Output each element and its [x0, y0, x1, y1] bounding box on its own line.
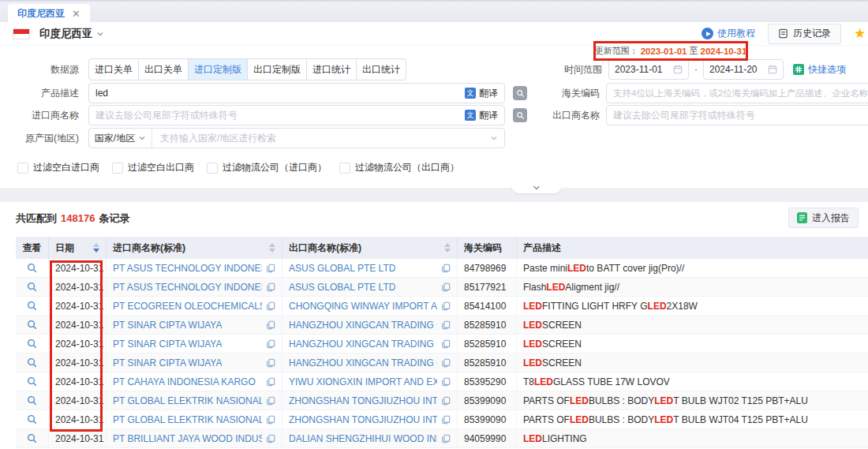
view-record-magnifier-icon[interactable]: [27, 301, 37, 311]
exporter-link[interactable]: YIWU XIONGXIN IMPORT AND EXPORT...: [289, 376, 437, 387]
enter-report-button[interactable]: 进入报告: [788, 208, 859, 228]
copy-icon[interactable]: [437, 377, 451, 387]
checkbox-icon[interactable]: [17, 163, 28, 174]
copy-icon[interactable]: [437, 434, 451, 443]
exporter-link[interactable]: HANGZHOU XINGCAN TRADING CO LTD: [289, 357, 437, 369]
end-date-input[interactable]: [703, 59, 784, 80]
importer-link[interactable]: PT SINAR CIPTA WIJAYA: [113, 339, 222, 350]
copy-icon[interactable]: [437, 264, 451, 273]
data-source-tab[interactable]: 进口关单: [88, 58, 139, 80]
importer-cell: PT BRILLIANT JAYA WOOD INDUSTRY: [107, 429, 282, 448]
copy-icon[interactable]: [437, 301, 451, 311]
importer-link[interactable]: PT SINAR CIPTA WIJAYA: [113, 320, 222, 331]
tab-indonesia[interactable]: 印度尼西亚 ✕: [8, 4, 90, 24]
data-source-tab[interactable]: 出口定制版: [247, 58, 307, 80]
data-source-tab[interactable]: 进口定制版: [188, 58, 248, 80]
data-source-tab[interactable]: 出口关单: [138, 58, 189, 80]
importer-link[interactable]: PT BRILLIANT JAYA WOOD INDUSTRY: [113, 433, 262, 444]
copy-icon[interactable]: [262, 264, 275, 273]
exporter-link[interactable]: HANGZHOU XINGCAN TRADING CO LTD: [289, 339, 437, 350]
copy-icon[interactable]: [262, 282, 275, 292]
copy-icon[interactable]: [437, 320, 451, 330]
copy-icon[interactable]: [437, 282, 451, 292]
copy-icon[interactable]: [262, 320, 275, 330]
filter-checkbox[interactable]: 过滤空白出口商: [112, 161, 194, 174]
start-date-input[interactable]: [608, 59, 689, 80]
copy-icon[interactable]: [437, 396, 451, 406]
column-header[interactable]: 日期: [49, 237, 107, 259]
chevron-down-icon[interactable]: [490, 134, 504, 142]
importer-link[interactable]: PT CAHAYA INDONESIA KARGO: [113, 376, 256, 387]
checkbox-icon[interactable]: [207, 163, 218, 174]
importer-input[interactable]: [95, 110, 465, 121]
country-selector[interactable]: 印度尼西亚: [13, 27, 104, 41]
exporter-label: 出口商名称: [521, 104, 600, 126]
checkbox-icon[interactable]: [339, 163, 350, 174]
importer-link[interactable]: PT ASUS TECHNOLOGY INDONESIA BA...: [113, 263, 262, 274]
importer-link[interactable]: PT ECOGREEN OLEOCHEMICALS: [113, 301, 262, 312]
exporter-link[interactable]: ZHONGSHAN TONGJIUZHOU INTERNA...: [289, 395, 437, 406]
copy-icon[interactable]: [437, 415, 451, 425]
sort-caret-icon[interactable]: [440, 243, 451, 253]
collapse-panel-handle[interactable]: [511, 181, 562, 193]
view-record-magnifier-icon[interactable]: [27, 395, 37, 406]
origin-type-select[interactable]: 国家/地区: [89, 129, 152, 148]
column-header[interactable]: 出口商名称(标准): [282, 237, 458, 259]
exporter-field[interactable]: [606, 105, 868, 125]
view-record-magnifier-icon[interactable]: [27, 433, 37, 443]
data-source-tab[interactable]: 进口统计: [306, 58, 357, 80]
tutorial-link[interactable]: 使用教程: [702, 27, 755, 40]
importer-link[interactable]: PT SINAR CIPTA WIJAYA: [113, 357, 222, 369]
start-date-value[interactable]: [615, 64, 671, 75]
filter-checkbox[interactable]: 过滤物流公司（出口商）: [339, 161, 459, 174]
product-desc-field[interactable]: 文 翻译: [88, 83, 505, 103]
exporter-link[interactable]: ZHONGSHAN TONGJIUZHOU INTERNA...: [289, 414, 437, 425]
exporter-link[interactable]: ASUS GLOBAL PTE LTD: [289, 263, 395, 274]
filter-checkbox[interactable]: 过滤空白进口商: [17, 161, 99, 174]
importer-link[interactable]: PT GLOBAL ELEKTRIK NASIONAL: [113, 414, 262, 425]
view-record-magnifier-icon[interactable]: [27, 282, 37, 292]
time-range-label: 时间范围: [523, 58, 602, 80]
exporter-input[interactable]: [613, 110, 868, 121]
view-record-magnifier-icon[interactable]: [27, 339, 37, 349]
copy-icon[interactable]: [437, 339, 451, 349]
copy-icon[interactable]: [437, 358, 451, 368]
close-icon[interactable]: ✕: [72, 8, 80, 20]
translate-button[interactable]: 文 翻译: [465, 87, 498, 100]
exporter-link[interactable]: CHONGQING WINWAY IMPORT AND E...: [289, 301, 437, 312]
hs-code-input[interactable]: [613, 88, 868, 98]
copy-icon[interactable]: [262, 358, 275, 368]
data-source-tab[interactable]: 出口统计: [356, 58, 406, 80]
view-record-magnifier-icon[interactable]: [27, 263, 37, 273]
copy-icon[interactable]: [262, 301, 275, 311]
filter-checkbox[interactable]: 过滤物流公司（进口商）: [207, 161, 327, 174]
copy-icon[interactable]: [262, 396, 275, 406]
view-record-magnifier-icon[interactable]: [27, 320, 37, 330]
sort-caret-icon[interactable]: [264, 243, 275, 253]
importer-field[interactable]: 文 翻译: [88, 105, 505, 125]
copy-icon[interactable]: [262, 415, 275, 425]
origin-field[interactable]: 国家/地区 支持输入国家/地区进行检索: [88, 128, 505, 148]
view-record-magnifier-icon[interactable]: [27, 414, 37, 425]
view-record-magnifier-icon[interactable]: [27, 376, 37, 387]
end-date-value[interactable]: [709, 64, 765, 75]
importer-link[interactable]: PT ASUS TECHNOLOGY INDONESIA BA...: [113, 282, 262, 293]
exporter-link[interactable]: DALIAN SHENGZHIHUI WOOD INDUST...: [289, 433, 437, 444]
product-desc-input[interactable]: [95, 88, 465, 99]
copy-icon[interactable]: [262, 339, 275, 349]
sort-caret-icon[interactable]: [88, 243, 99, 253]
copy-icon[interactable]: [262, 377, 275, 387]
view-record-magnifier-icon[interactable]: [27, 357, 37, 368]
exporter-link[interactable]: HANGZHOU XINGCAN TRADING CO LTD: [289, 320, 437, 331]
results-summary: 共匹配到148176条记录: [16, 211, 129, 226]
importer-link[interactable]: PT GLOBAL ELEKTRIK NASIONAL: [113, 395, 262, 406]
hs-code-field[interactable]: [606, 83, 868, 103]
history-button[interactable]: 历史记录: [768, 24, 841, 44]
copy-icon[interactable]: [262, 434, 275, 443]
column-header[interactable]: 进口商名称(标准): [107, 237, 282, 259]
star-icon[interactable]: ★: [854, 25, 863, 42]
exporter-link[interactable]: ASUS GLOBAL PTE LTD: [289, 282, 395, 293]
checkbox-icon[interactable]: [112, 163, 123, 174]
translate-button[interactable]: 文 翻译: [465, 109, 498, 122]
quick-options-link[interactable]: 快捷选项: [793, 63, 846, 77]
